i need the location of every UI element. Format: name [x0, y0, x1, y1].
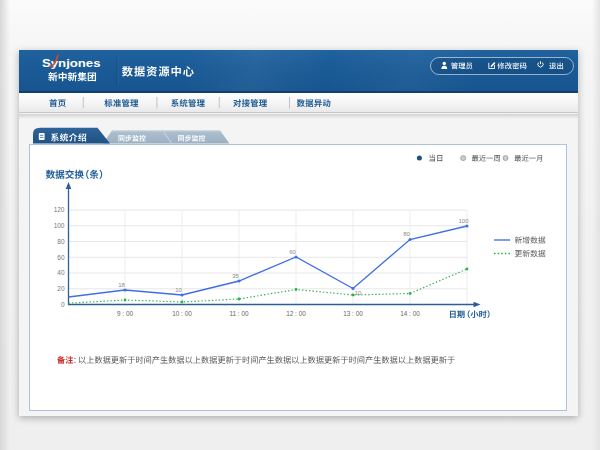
svg-text:11 : 00: 11 : 00 — [229, 310, 249, 317]
svg-text:60: 60 — [289, 249, 296, 255]
svg-text:9 : 00: 9 : 00 — [117, 310, 133, 317]
svg-text:10: 10 — [355, 290, 362, 296]
svg-text:14 : 00: 14 : 00 — [400, 310, 420, 317]
svg-text:20: 20 — [57, 285, 65, 292]
svg-text:80: 80 — [403, 231, 410, 237]
svg-text:0: 0 — [61, 301, 65, 308]
svg-text:13 : 00: 13 : 00 — [343, 310, 363, 317]
svg-text:60: 60 — [57, 254, 65, 261]
svg-text:Synjones: Synjones — [42, 56, 101, 69]
svg-text:18: 18 — [118, 282, 125, 288]
svg-text:12 : 00: 12 : 00 — [286, 310, 306, 317]
svg-text:10: 10 — [175, 287, 182, 293]
svg-text:35: 35 — [232, 273, 239, 279]
svg-text:80: 80 — [57, 238, 65, 245]
svg-text:100: 100 — [458, 218, 469, 224]
svg-text:40: 40 — [57, 269, 65, 276]
svg-text:10 : 00: 10 : 00 — [172, 310, 192, 317]
svg-text:100: 100 — [54, 222, 65, 229]
svg-text:120: 120 — [54, 206, 65, 213]
